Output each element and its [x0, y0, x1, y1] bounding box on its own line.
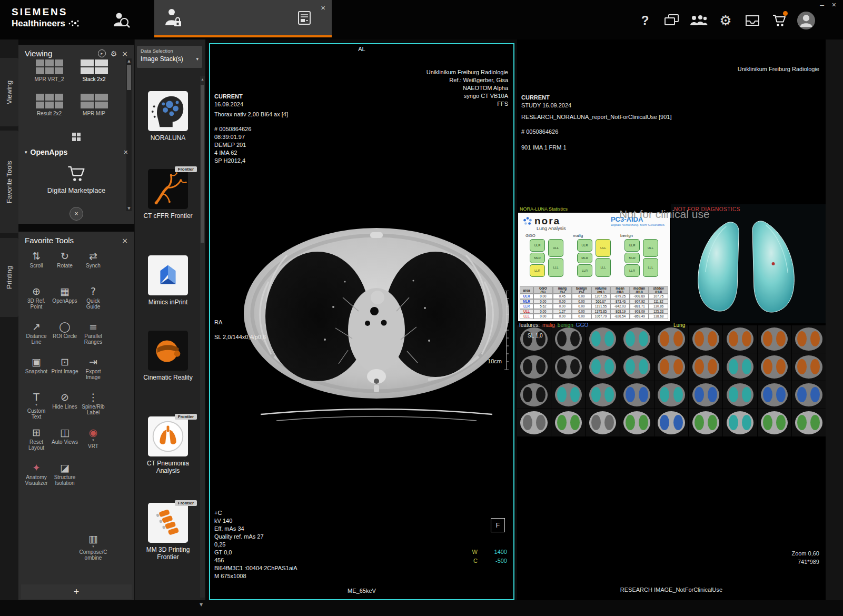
tool-button[interactable]: ↗ Distance Line — [22, 320, 51, 355]
app-mm-3d-printing[interactable]: Frontier MM 3D Printing Frontier — [135, 503, 201, 561]
ct-thumbnail[interactable] — [758, 381, 791, 409]
ct-thumbnail[interactable] — [654, 325, 688, 353]
digital-marketplace-button[interactable]: Digital Marketplace — [18, 165, 134, 194]
ct-thumbnail[interactable] — [792, 409, 826, 436]
patient-search-button[interactable] — [112, 11, 130, 32]
tool-button[interactable]: ⊡ Print Image — [51, 355, 79, 391]
ct-thumbnail[interactable] — [654, 409, 688, 436]
tab-close-button[interactable]: × — [321, 3, 325, 12]
add-tool-button[interactable]: + — [21, 584, 132, 599]
ct-thumbnail[interactable] — [517, 409, 551, 436]
help-button[interactable]: ? — [636, 11, 654, 31]
ct-thumbnail[interactable] — [792, 381, 826, 409]
ct-thumbnail[interactable] — [551, 409, 585, 436]
close-icon[interactable]: × — [124, 148, 128, 156]
data-selection-dropdown[interactable]: Data Selection Image Stack(s) ▾ — [137, 46, 202, 68]
ct-thumbnail[interactable] — [758, 353, 791, 381]
rail-tab-viewing[interactable]: Viewing — [0, 58, 18, 126]
rail-tab-favorite-tools[interactable]: Favorite Tools — [0, 131, 18, 233]
layout-mpr-mip[interactable]: MPR MIP — [72, 94, 116, 119]
layout-stack-2x2[interactable]: Stack 2x2 — [72, 59, 116, 85]
more-layouts-icon[interactable] — [72, 133, 81, 141]
ct-thumbnail[interactable] — [586, 409, 619, 436]
tool-button[interactable]: T ▾ Custom Text — [22, 391, 51, 426]
ct-thumbnail[interactable] — [758, 325, 791, 353]
patient-tab[interactable]: × — [154, 0, 332, 37]
ct-thumbnail[interactable] — [620, 325, 654, 353]
tool-button[interactable]: ? Quick Guide — [79, 285, 107, 320]
inbox-button[interactable] — [743, 11, 762, 31]
ct-thumbnail[interactable] — [723, 409, 757, 436]
tool-button[interactable]: ◫ Auto Views — [51, 426, 79, 461]
ct-thumbnail[interactable] — [586, 381, 619, 409]
app-ct-pneumonia[interactable]: Frontier CT Pneumonia Analysis — [135, 416, 201, 474]
collaboration-button[interactable] — [689, 11, 708, 31]
ct-thumbnail[interactable] — [689, 325, 722, 353]
scroll-down-icon[interactable]: ▼ — [200, 602, 203, 607]
ct-thumbnail[interactable] — [586, 353, 619, 381]
layout-mpr-vrt[interactable]: MPR VRT_2 — [27, 59, 72, 85]
ct-thumbnail[interactable] — [723, 325, 757, 353]
app-mimics-inprint[interactable]: Mimics inPrint — [135, 255, 201, 306]
ct-thumbnail[interactable] — [551, 325, 585, 353]
openapps-section-header[interactable]: ▾ OpenApps × — [25, 148, 128, 156]
tool-button[interactable]: ◯ ROI Circle — [51, 320, 79, 355]
layout-result-2x2[interactable]: Result 2x2 — [27, 94, 72, 119]
scroll-up-icon[interactable]: ▲ — [200, 77, 205, 81]
ct-thumbnail[interactable] — [792, 353, 826, 381]
layout-monitors-button[interactable] — [662, 11, 681, 31]
ct-thumbnail[interactable] — [689, 409, 722, 436]
ct-thumbnail[interactable] — [620, 409, 654, 436]
tool-button[interactable]: ⋮ Spine/Rib Label — [79, 391, 107, 426]
report-viewport[interactable]: Uniklinikum Freiburg Radiologie CURRENT … — [517, 39, 826, 600]
tool-button[interactable]: ⇅ Scroll — [22, 250, 51, 285]
scrollbar-thumb[interactable] — [201, 85, 204, 243]
tool-button[interactable]: ≡ Parallel Ranges — [79, 320, 107, 355]
tool-button[interactable]: ▦ OpenApps — [51, 285, 79, 320]
tool-button[interactable]: ✦ Anatomy Visualizer — [22, 461, 51, 496]
ct-thumbnail[interactable] — [586, 325, 619, 353]
tool-button[interactable]: ◪ Structure Isolation — [51, 461, 79, 496]
settings-button[interactable]: ⚙ — [716, 11, 735, 31]
ct-thumbnail[interactable] — [792, 325, 826, 353]
tool-button[interactable]: ⊘ Hide Lines — [51, 391, 79, 426]
ct-thumbnail[interactable] — [517, 325, 551, 353]
tool-button[interactable]: ▣ Snapshot — [22, 355, 51, 391]
tool-button[interactable]: ⇥ Export Image — [79, 355, 107, 391]
window-minimize-button[interactable]: – — [820, 1, 824, 9]
ct-thumbnail[interactable] — [723, 353, 757, 381]
marketplace-cart-button[interactable] — [770, 11, 789, 31]
ct-thumbnail[interactable] — [620, 381, 654, 409]
ct-axial-image[interactable] — [240, 218, 513, 424]
ct-thumbnail[interactable] — [517, 353, 551, 381]
tool-button[interactable]: ▥ ▾ Compose/Combine — [79, 496, 107, 532]
ct-thumbnail[interactable] — [551, 353, 585, 381]
ct-thumbnail[interactable] — [689, 381, 722, 409]
ct-thumbnail[interactable] — [654, 353, 688, 381]
scrollbar-thumb[interactable] — [127, 65, 131, 90]
tool-button[interactable]: ⇄ Synch — [79, 250, 107, 285]
app-noraluna[interactable]: NORALUNA — [135, 91, 201, 142]
ct-thumbnail[interactable] — [620, 353, 654, 381]
app-ct-cffr[interactable]: Frontier CT cFFR Frontier — [135, 169, 201, 220]
data-panel-scrollbar[interactable]: ▲ — [200, 76, 205, 598]
tool-button[interactable]: ↻ Rotate — [51, 250, 79, 285]
close-icon[interactable]: × — [122, 237, 128, 244]
ct-thumbnail[interactable] — [689, 353, 722, 381]
tool-button[interactable]: ◉ ▾ VRT — [79, 426, 107, 461]
window-close-button[interactable]: × — [832, 1, 836, 9]
rail-tab-printing[interactable]: Printing — [0, 238, 18, 317]
ct-thumbnail[interactable] — [723, 381, 757, 409]
scroll-down-icon[interactable]: ▼ — [126, 206, 132, 211]
gear-icon[interactable]: ⚙ — [111, 50, 117, 57]
user-avatar[interactable] — [797, 11, 816, 31]
app-cinematic-reality[interactable]: Cinematic Reality — [135, 331, 201, 381]
main-image-viewport[interactable]: AL CURRENT 16.09.2024 Thorax nativ 2,00 … — [209, 43, 514, 600]
scroll-up-icon[interactable]: ▲ — [126, 59, 132, 63]
panel-collapse-button[interactable]: × — [70, 207, 83, 221]
ct-thumbnail[interactable] — [517, 381, 551, 409]
tool-button[interactable]: ⊞ Reset Layout — [22, 426, 51, 461]
cine-play-icon[interactable]: ▸ — [98, 49, 106, 57]
ct-thumbnail[interactable] — [758, 409, 791, 436]
close-icon[interactable]: × — [122, 50, 128, 57]
